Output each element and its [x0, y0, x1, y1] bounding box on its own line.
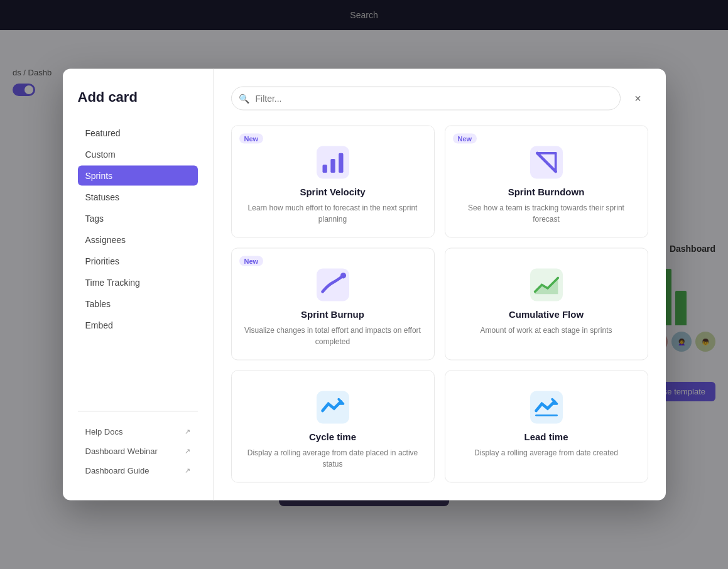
- card-sprint-burndown[interactable]: New Sprint Burndown See how a team is tr…: [445, 126, 648, 238]
- filter-input[interactable]: [231, 87, 621, 111]
- card-description: Display a rolling average from date crea…: [474, 447, 618, 458]
- sidebar-nav-label[interactable]: Featured: [78, 123, 198, 143]
- card-title: Cycle time: [309, 431, 356, 442]
- card-description: Display a rolling average from date plac…: [244, 447, 421, 470]
- card-cumulative-flow[interactable]: Cumulative Flow Amount of work at each s…: [445, 248, 648, 360]
- help-docs-label: Help Docs: [85, 427, 123, 436]
- external-link-icon: ↗: [185, 428, 190, 436]
- sidebar-nav-label[interactable]: Time Tracking: [78, 273, 198, 293]
- svg-rect-2: [339, 153, 343, 173]
- sprint-burnup-icon: [317, 269, 349, 301]
- search-icon: 🔍: [239, 94, 249, 104]
- new-badge: New: [239, 134, 264, 144]
- sidebar-item-time-tracking[interactable]: Time Tracking: [78, 273, 198, 293]
- sidebar-item-custom[interactable]: Custom: [78, 144, 198, 165]
- sidebar-link-dashboard-guide[interactable]: Dashboard Guide ↗: [78, 461, 198, 480]
- cards-grid: New Sprint Velocity Learn how much effor…: [231, 126, 648, 483]
- cycle-time-icon: [317, 391, 349, 424]
- close-button[interactable]: ×: [628, 89, 648, 109]
- lead-time-icon: [530, 391, 563, 424]
- sidebar-divider: [78, 411, 198, 412]
- card-sprint-burnup[interactable]: New Sprint Burnup Visualize changes in t…: [231, 248, 435, 360]
- modal-main-content: 🔍 × New Sprint Velocity Learn how much e…: [214, 69, 666, 501]
- sidebar-item-tables[interactable]: Tables: [78, 294, 198, 314]
- sidebar-nav-label[interactable]: Custom: [78, 144, 198, 165]
- sprint-velocity-icon: [317, 146, 349, 179]
- card-description: See how a team is tracking towards their…: [458, 202, 635, 225]
- modal-title: Add card: [78, 89, 198, 106]
- sidebar-link-dashboard-webinar[interactable]: Dashboard Webinar ↗: [78, 442, 198, 461]
- modal-sidebar: Add card Featured Custom Sprints Statuse…: [63, 69, 214, 501]
- sidebar-nav: Featured Custom Sprints Statuses Tags As…: [78, 123, 198, 401]
- sidebar-nav-label[interactable]: Statuses: [78, 187, 198, 207]
- sidebar-item-embed[interactable]: Embed: [78, 315, 198, 335]
- sidebar-nav-label[interactable]: Embed: [78, 315, 198, 335]
- new-badge: New: [239, 256, 264, 266]
- card-cycle-time[interactable]: Cycle time Display a rolling average fro…: [231, 371, 435, 483]
- sidebar-nav-label[interactable]: Tables: [78, 294, 198, 314]
- card-title: Sprint Burnup: [301, 309, 364, 320]
- card-title: Sprint Velocity: [300, 187, 365, 197]
- sidebar-item-featured[interactable]: Featured: [78, 123, 198, 143]
- svg-point-3: [340, 273, 345, 278]
- sidebar-item-statuses[interactable]: Statuses: [78, 187, 198, 207]
- sidebar-nav-label[interactable]: Assignees: [78, 230, 198, 250]
- card-description: Amount of work at each stage in sprints: [480, 325, 612, 336]
- card-description: Visualize changes in total effort and im…: [244, 325, 421, 347]
- dashboard-webinar-label: Dashboard Webinar: [85, 447, 158, 456]
- dashboard-guide-label: Dashboard Guide: [85, 466, 149, 475]
- card-title: Sprint Burndown: [508, 187, 585, 197]
- new-badge: New: [453, 134, 477, 144]
- sidebar-nav-label[interactable]: Sprints: [78, 166, 198, 186]
- sidebar-item-sprints[interactable]: Sprints: [78, 166, 198, 186]
- sidebar-nav-label[interactable]: Tags: [78, 209, 198, 229]
- sidebar-link-help-docs[interactable]: Help Docs ↗: [78, 422, 198, 442]
- filter-input-wrap: 🔍: [231, 87, 621, 111]
- sidebar-item-priorities[interactable]: Priorities: [78, 251, 198, 271]
- external-link-icon: ↗: [185, 447, 190, 455]
- filter-bar: 🔍 ×: [231, 87, 648, 111]
- card-title: Lead time: [524, 431, 568, 442]
- card-lead-time[interactable]: Lead time Display a rolling average from…: [445, 371, 648, 483]
- card-description: Learn how much effort to forecast in the…: [244, 202, 421, 225]
- sidebar-item-assignees[interactable]: Assignees: [78, 230, 198, 250]
- external-link-icon: ↗: [185, 467, 190, 475]
- sidebar-nav-label[interactable]: Priorities: [78, 251, 198, 271]
- card-sprint-velocity[interactable]: New Sprint Velocity Learn how much effor…: [231, 126, 435, 238]
- sidebar-links: Help Docs ↗ Dashboard Webinar ↗ Dashboar…: [78, 422, 198, 480]
- cumulative-flow-icon: [530, 269, 563, 301]
- svg-rect-0: [322, 165, 327, 173]
- sidebar-item-tags[interactable]: Tags: [78, 209, 198, 229]
- svg-rect-1: [330, 159, 335, 173]
- card-title: Cumulative Flow: [509, 309, 584, 320]
- add-card-modal: Add card Featured Custom Sprints Statuse…: [63, 69, 666, 501]
- sprint-burndown-icon: [530, 146, 563, 179]
